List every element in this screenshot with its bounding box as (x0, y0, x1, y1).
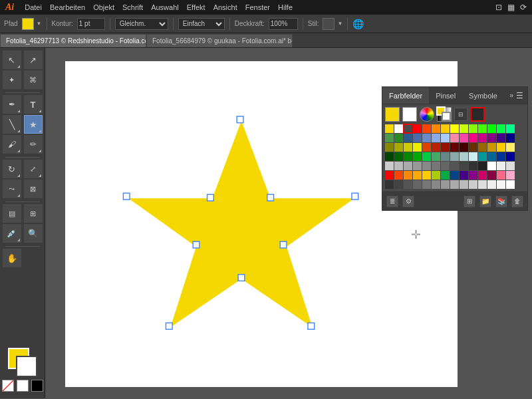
screen-icon[interactable]: ⊡ (495, 3, 502, 12)
color-cell[interactable] (469, 180, 477, 189)
color-cell[interactable] (478, 171, 487, 180)
color-cell[interactable] (422, 152, 431, 161)
color-cell[interactable] (432, 134, 440, 142)
color-cell[interactable] (497, 124, 505, 133)
select-tool[interactable]: ↖ (3, 51, 21, 69)
color-cell[interactable] (404, 134, 412, 142)
color-cell[interactable] (441, 152, 450, 161)
menu-datei[interactable]: Datei (25, 3, 42, 11)
color-cell[interactable] (441, 124, 450, 133)
rotate-tool[interactable]: ↻ (3, 160, 21, 178)
star-container[interactable] (118, 114, 364, 334)
color-cell[interactable] (497, 180, 505, 189)
color-cell[interactable] (413, 180, 422, 189)
color-cell[interactable] (404, 143, 412, 152)
menu-auswahl[interactable]: Auswahl (151, 3, 179, 11)
menu-fenster[interactable]: Fenster (245, 3, 270, 11)
color-cell[interactable] (404, 152, 412, 161)
color-cell[interactable] (413, 152, 422, 161)
color-cell[interactable] (394, 124, 403, 133)
panel-stroke-swatch[interactable] (402, 107, 417, 122)
color-cell[interactable] (487, 162, 496, 170)
color-cell[interactable] (506, 180, 515, 189)
delete-icon[interactable]: 🗑 (511, 196, 523, 207)
library-icon[interactable]: 📚 (495, 196, 507, 207)
white-swatch[interactable] (17, 380, 29, 392)
color-cell[interactable] (469, 152, 477, 161)
expand-icon[interactable]: » (509, 92, 513, 99)
color-wheel-icon[interactable] (420, 107, 434, 122)
color-cell[interactable] (385, 124, 394, 133)
color-cell[interactable] (432, 143, 440, 152)
chart-icon[interactable]: ≣ (386, 196, 398, 207)
color-cell[interactable] (469, 171, 477, 180)
none-swatch[interactable] (2, 380, 14, 392)
menu-bearbeiten[interactable]: Bearbeiten (50, 3, 85, 11)
color-cell[interactable] (497, 134, 505, 142)
menu-ansicht[interactable]: Ansicht (213, 3, 237, 11)
new-group-icon[interactable]: ⊞ (464, 196, 475, 207)
color-cell[interactable] (432, 162, 440, 170)
color-cell[interactable] (385, 180, 394, 189)
tab-2[interactable]: Fotolia_56684979 © guukaa - Fotolia.com.… (146, 34, 293, 47)
color-cell[interactable] (385, 171, 394, 180)
color-cell[interactable] (385, 162, 394, 170)
color-cell[interactable] (497, 152, 505, 161)
stroke-size-input[interactable] (77, 18, 105, 30)
color-cell[interactable] (460, 143, 468, 152)
color-cell[interactable] (432, 171, 440, 180)
color-cell[interactable] (506, 171, 515, 180)
menu-schrift[interactable]: Schrift (122, 3, 143, 11)
mesh-tool[interactable]: ⊞ (24, 204, 43, 223)
color-cell[interactable] (487, 171, 496, 180)
color-cell[interactable] (460, 124, 468, 133)
color-cell[interactable] (422, 171, 431, 180)
color-cell[interactable] (469, 124, 477, 133)
scale-tool[interactable]: ⤢ (24, 160, 43, 178)
color-cell[interactable] (404, 162, 412, 170)
panel-tab-pinsel[interactable]: Pinsel (429, 87, 462, 104)
color-cell[interactable] (450, 124, 459, 133)
color-cell[interactable] (487, 180, 496, 189)
color-cell[interactable] (506, 152, 515, 161)
color-cell[interactable] (506, 143, 515, 152)
color-cell[interactable] (422, 180, 431, 189)
color-cell[interactable] (487, 143, 496, 152)
panel-tab-farbfelder[interactable]: Farbfelder (382, 87, 429, 104)
free-transform-tool[interactable]: ⊠ (24, 180, 43, 198)
gradient-tool[interactable]: ▤ (3, 204, 21, 223)
color-cell[interactable] (478, 124, 487, 133)
color-cell[interactable] (404, 171, 412, 180)
color-cell[interactable] (460, 134, 468, 142)
color-cell[interactable] (441, 171, 450, 180)
color-cell[interactable] (422, 143, 431, 152)
color-cell[interactable] (497, 171, 505, 180)
color-cell[interactable] (413, 143, 422, 152)
color-cell[interactable] (394, 171, 403, 180)
color-cell[interactable] (450, 134, 459, 142)
color-cell[interactable] (394, 162, 403, 170)
color-cell[interactable] (469, 143, 477, 152)
color-cell[interactable] (469, 134, 477, 142)
color-cell[interactable] (432, 152, 440, 161)
direct-select-tool[interactable]: ↗ (24, 51, 43, 69)
color-cell[interactable] (413, 124, 422, 133)
color-cell[interactable] (487, 152, 496, 161)
black-swatch[interactable] (31, 380, 43, 392)
color-cell[interactable] (432, 124, 440, 133)
color-cell[interactable] (404, 180, 412, 189)
color-cell[interactable] (441, 162, 450, 170)
panel-fill-swatch[interactable] (385, 107, 400, 122)
color-cell[interactable] (422, 124, 431, 133)
color-cell[interactable] (478, 134, 487, 142)
opacity-input[interactable] (269, 18, 298, 30)
fill-arrow[interactable]: ▼ (37, 21, 42, 27)
color-cell[interactable] (385, 152, 394, 161)
folder-icon[interactable]: 📁 (479, 196, 491, 207)
stroke-end-select[interactable]: Einfach (178, 18, 225, 30)
color-cell[interactable] (385, 134, 394, 142)
color-cell[interactable] (450, 171, 459, 180)
eyedropper-tool[interactable]: 💉 (3, 224, 21, 243)
color-cell[interactable] (394, 152, 403, 161)
panel-menu-icon[interactable]: ☰ (516, 91, 523, 100)
